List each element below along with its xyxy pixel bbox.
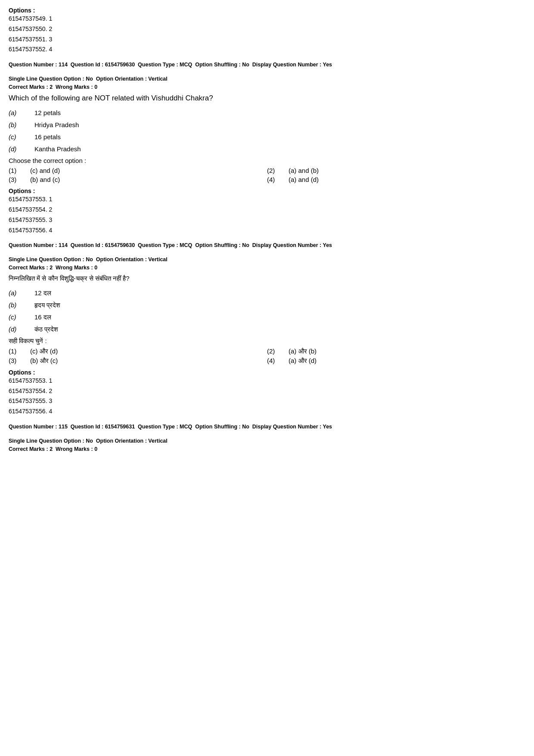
q114-en-opt-a: (a) 12 petals — [9, 108, 525, 118]
option-4-top: 61547537552. 4 — [9, 44, 525, 55]
q114-en-opt-b-text: Hridya Pradesh — [34, 120, 525, 130]
q114-hi-meta2: Single Line Question Option : No Option … — [9, 256, 525, 264]
q114-en-choose-2-num: (2) — [267, 167, 289, 174]
q114-en-meta2: Single Line Question Option : No Option … — [9, 75, 525, 83]
q114-en-meta: Question Number : 114 Question Id : 6154… — [9, 61, 525, 69]
q114-hi-opt-c-label: (c) — [9, 312, 34, 322]
q114-en-opt-a-text: 12 petals — [34, 108, 525, 118]
q114-en-option-2: 61547537554. 2 — [9, 205, 525, 215]
q114-en-options-label: Options : — [9, 187, 525, 194]
q114-hindi-section: Question Number : 114 Question Id : 6154… — [9, 241, 525, 417]
option-3-top: 61547537551. 3 — [9, 34, 525, 45]
q114-en-opt-d-text: Kantha Pradesh — [34, 144, 525, 154]
q114-hi-opt-c-text: 16 दल — [34, 312, 525, 322]
q114-hi-opt-d-text: कंठ प्रदेश — [34, 324, 525, 334]
q114-en-option-3: 61547537555. 3 — [9, 215, 525, 225]
q114-hi-opt-a-text: 12 दल — [34, 288, 525, 298]
q114-hi-choose-3-text: (b) और (c) — [30, 357, 58, 365]
q114-hi-choose-2-num: (2) — [267, 347, 289, 355]
q115-marks: Correct Marks : 2 Wrong Marks : 0 — [9, 446, 525, 452]
q114-en-choose-4-num: (4) — [267, 176, 289, 183]
q115-section: Question Number : 115 Question Id : 6154… — [9, 423, 525, 452]
q114-en-choose-grid: (1) (c) and (d) (2) (a) and (b) (3) (b) … — [9, 167, 525, 183]
q114-hi-choose-1-text: (c) और (d) — [30, 347, 58, 355]
q114-en-choose-1: (1) (c) and (d) — [9, 167, 267, 174]
q114-en-choose-2-text: (a) and (b) — [289, 167, 319, 174]
options-label-top: Options : — [9, 7, 525, 14]
q114-en-marks: Correct Marks : 2 Wrong Marks : 0 — [9, 84, 525, 90]
q114-hi-choose-text: सही विकल्प चुनें : — [9, 337, 525, 345]
q114-hi-opt-b-text: हृदय प्रदेश — [34, 300, 525, 310]
q114-hi-option-2: 61547537554. 2 — [9, 386, 525, 397]
q114-hi-choose-4: (4) (a) और (d) — [267, 357, 525, 365]
q114-en-choose-4-text: (a) and (d) — [289, 176, 319, 183]
q114-english-section: Question Number : 114 Question Id : 6154… — [9, 61, 525, 235]
q114-hi-option-1: 61547537553. 1 — [9, 376, 525, 386]
q114-hi-opt-a-label: (a) — [9, 288, 34, 298]
q114-hi-options-label: Options : — [9, 369, 525, 376]
q114-hi-marks: Correct Marks : 2 Wrong Marks : 0 — [9, 265, 525, 271]
q114-hi-opt-b: (b) हृदय प्रदेश — [9, 300, 525, 310]
q115-meta2: Single Line Question Option : No Option … — [9, 437, 525, 445]
q114-hi-opt-a: (a) 12 दल — [9, 288, 525, 298]
q114-hi-choose-grid: (1) (c) और (d) (2) (a) और (b) (3) (b) और… — [9, 347, 525, 365]
q114-en-opt-b: (b) Hridya Pradesh — [9, 120, 525, 130]
q114-hi-choose-1-num: (1) — [9, 347, 30, 355]
q114-hi-opt-c: (c) 16 दल — [9, 312, 525, 322]
q114-en-opt-b-label: (b) — [9, 120, 34, 130]
q114-hi-choose-2-text: (a) और (b) — [289, 347, 317, 355]
q114-en-option-1: 61547537553. 1 — [9, 194, 525, 205]
q114-hi-meta: Question Number : 114 Question Id : 6154… — [9, 241, 525, 250]
q114-en-choose-2: (2) (a) and (b) — [267, 167, 525, 174]
q114-hi-choose-2: (2) (a) और (b) — [267, 347, 525, 355]
q114-en-opt-d-label: (d) — [9, 144, 34, 154]
q114-en-question: Which of the following are NOT related w… — [9, 93, 525, 104]
q114-en-opt-a-label: (a) — [9, 108, 34, 118]
q114-en-choose-3: (3) (b) and (c) — [9, 176, 267, 183]
q114-en-choose-4: (4) (a) and (d) — [267, 176, 525, 183]
q114-en-choose-1-num: (1) — [9, 167, 30, 174]
q114-hi-question: निम्नलिखित में से कौन विशुद्धि-चक्र से स… — [9, 273, 525, 284]
q114-en-choose-3-text: (b) and (c) — [30, 176, 60, 183]
option-2-top: 61547537550. 2 — [9, 24, 525, 34]
q114-hi-option-4: 61547537556. 4 — [9, 406, 525, 417]
q114-hi-option-3: 61547537555. 3 — [9, 396, 525, 406]
q114-en-opt-d: (d) Kantha Pradesh — [9, 144, 525, 154]
q114-en-opt-c: (c) 16 petals — [9, 132, 525, 142]
q114-hi-opt-d-label: (d) — [9, 324, 34, 334]
option-1-top: 61547537549. 1 — [9, 14, 525, 24]
q114-hi-opt-b-label: (b) — [9, 300, 34, 310]
q114-hi-choose-3-num: (3) — [9, 357, 30, 364]
q114-en-opt-c-text: 16 petals — [34, 132, 525, 142]
q114-en-choose-text: Choose the correct option : — [9, 157, 525, 164]
q114-hi-choose-1: (1) (c) और (d) — [9, 347, 267, 355]
q114-hi-choose-4-text: (a) और (d) — [289, 357, 317, 365]
q114-en-choose-1-text: (c) and (d) — [30, 167, 60, 174]
q115-meta: Question Number : 115 Question Id : 6154… — [9, 423, 525, 431]
q114-en-option-4: 61547537556. 4 — [9, 225, 525, 236]
q114-en-choose-3-num: (3) — [9, 176, 30, 183]
q114-hi-opt-d: (d) कंठ प्रदेश — [9, 324, 525, 334]
q114-hi-choose-3: (3) (b) और (c) — [9, 357, 267, 365]
q114-en-opt-c-label: (c) — [9, 132, 34, 142]
q114-hi-choose-4-num: (4) — [267, 357, 289, 364]
top-options-section: Options : 61547537549. 1 61547537550. 2 … — [9, 7, 525, 55]
